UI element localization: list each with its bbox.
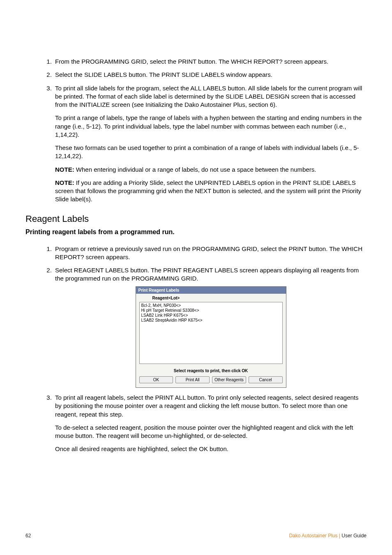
print-all-button[interactable]: Print All (175, 376, 210, 383)
step-b3-p3: Once all desired reagents are highlighte… (55, 445, 367, 453)
note-text-2: If you are adding a Priority Slide, sele… (55, 179, 361, 203)
list-item[interactable]: LSAB2 Link HRP K675<> (141, 313, 281, 318)
dialog-button-row: OK Print All Other Reagents Cancel (136, 375, 286, 387)
footer-sep: | (338, 533, 342, 539)
step-a2-text: Select the SLIDE LABELS button. The PRIN… (55, 71, 272, 78)
sub-heading: Printing reagent labels from a programme… (25, 228, 367, 236)
step-a2: Select the SLIDE LABELS button. The PRIN… (53, 71, 367, 79)
step-a1: From the PROGRAMMING GRID, select the PR… (53, 58, 367, 66)
list-item[interactable]: LSAB2 StreptAvidin HRP K675<> (141, 318, 281, 323)
steps-list-a: From the PROGRAMMING GRID, select the PR… (42, 58, 367, 204)
step-a3-p3: These two formats can be used together t… (55, 144, 367, 161)
page-number: 62 (25, 533, 31, 539)
step-b1: Program or retrieve a previously saved r… (53, 245, 367, 262)
step-a3-p2: To print a range of labels, type the ran… (55, 114, 367, 139)
print-reagent-labels-dialog: Print Reagent Labels Reagent<Lot> Bcl-2,… (136, 286, 286, 388)
note-text-1: When entering individual or a range of l… (74, 166, 316, 173)
dialog-wrap: Print Reagent Labels Reagent<Lot> Bcl-2,… (55, 286, 367, 388)
step-a3-p1: To print all slide labels for the progra… (55, 84, 367, 109)
dialog-instruction: Select reagents to print, then click OK (136, 364, 286, 375)
footer-right: Dako Autostainer Plus | User Guide (289, 533, 367, 539)
step-a1-text: From the PROGRAMMING GRID, select the PR… (55, 58, 328, 65)
steps-list-b: Program or retrieve a previously saved r… (42, 245, 367, 454)
section-heading: Reagent Labels (25, 214, 367, 224)
cancel-button[interactable]: Cancel (249, 376, 283, 383)
other-reagents-button[interactable]: Other Reagents (212, 376, 246, 383)
step-b2: Select REAGENT LABELS button. The PRINT … (53, 266, 367, 388)
step-a3-note1: NOTE: When entering individual or a rang… (55, 166, 367, 174)
dialog-column-header: Reagent<Lot> (136, 294, 286, 302)
footer-doc: User Guide (341, 533, 367, 539)
note-label-1: NOTE: (55, 166, 74, 173)
page-footer: 62 Dako Autostainer Plus | User Guide (25, 533, 367, 539)
step-a3-note2: NOTE: If you are adding a Priority Slide… (55, 179, 367, 204)
list-item[interactable]: Hi pH Target Retrieval S3308<> (141, 308, 281, 313)
note-label-2: NOTE: (55, 179, 74, 186)
step-a3: To print all slide labels for the progra… (53, 84, 367, 204)
step-b2-text: Select REAGENT LABELS button. The PRINT … (55, 267, 359, 282)
reagent-listbox[interactable]: Bcl-2, MxH, NP030<> Hi pH Target Retriev… (139, 302, 283, 364)
page: From the PROGRAMMING GRID, select the PR… (0, 0, 392, 555)
footer-product: Dako Autostainer Plus (289, 533, 337, 539)
list-item[interactable]: Bcl-2, MxH, NP030<> (141, 303, 281, 308)
step-b3-p2: To de-select a selected reagent, positio… (55, 424, 367, 440)
step-b3: To print all reagent labels, select the … (53, 394, 367, 454)
step-b1-text: Program or retrieve a previously saved r… (55, 245, 362, 260)
ok-button[interactable]: OK (139, 376, 173, 383)
dialog-title: Print Reagent Labels (136, 287, 286, 294)
step-b3-p1: To print all reagent labels, select the … (55, 394, 367, 419)
